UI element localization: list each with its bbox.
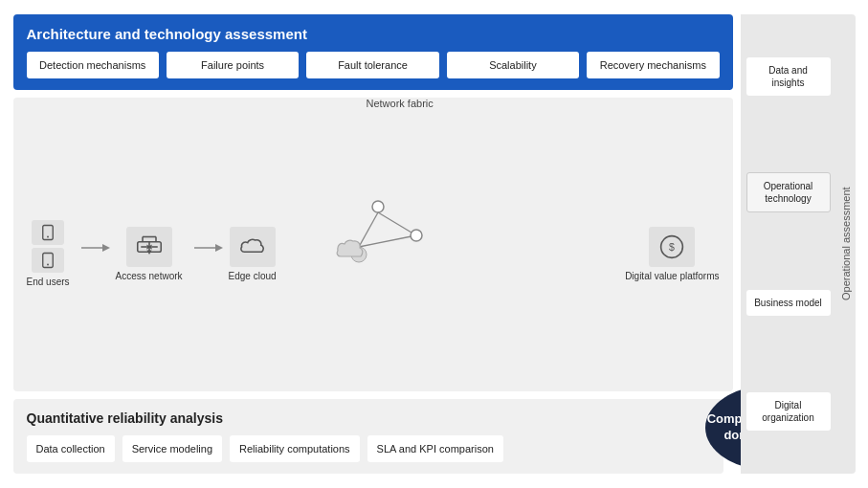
gray-card-2: Reliability computations [230, 435, 360, 462]
sidebar-item-2: Business model [746, 290, 831, 316]
svg-line-20 [359, 212, 378, 247]
end-users-group: End users [27, 220, 70, 288]
gray-section: Quantitative reliability analysis Data c… [13, 399, 723, 474]
device-icon-2 [32, 248, 64, 273]
edge-cloud-icon [230, 227, 276, 267]
network-fabric-area [282, 188, 616, 312]
main-content: Architecture and technology assessment D… [13, 14, 733, 474]
blue-card-1: Failure points [167, 52, 299, 78]
svg-marker-17 [215, 244, 223, 252]
digital-value-node: $ Digital value platforms [625, 227, 719, 282]
blue-card-4: Recovery mechanisms [587, 52, 719, 78]
blue-card-2: Fault tolerance [306, 52, 438, 78]
blue-card-3: Scalability [447, 52, 579, 78]
arrow-2 [194, 239, 223, 270]
fabric-svg [282, 188, 474, 302]
outer-wrapper: Architecture and technology assessment D… [13, 14, 856, 474]
svg-line-21 [378, 212, 416, 235]
gray-card-0: Data collection [27, 435, 115, 462]
right-sidebar: Data and insights Operational technology… [741, 14, 856, 474]
diagram-section: Network fabric [13, 98, 733, 391]
edge-cloud-node: Edge cloud [229, 227, 277, 282]
sidebar-item-1: Operational technology [746, 172, 831, 212]
svg-text:$: $ [669, 241, 675, 253]
end-users-label: End users [27, 277, 70, 288]
gray-cards-row: Data collection Service modeling Reliabi… [27, 435, 710, 462]
sidebar-items: Data and insights Operational technology… [741, 14, 836, 474]
digital-value-label: Digital value platforms [625, 271, 719, 282]
blue-cards-row: Detection mechanisms Failure points Faul… [27, 52, 720, 78]
edge-cloud-label: Edge cloud [229, 271, 277, 282]
gray-card-1: Service modeling [122, 435, 222, 462]
end-users-devices [32, 220, 64, 273]
device-icon-1 [32, 220, 64, 245]
svg-point-23 [411, 230, 422, 241]
svg-point-18 [372, 201, 384, 212]
blue-card-0: Detection mechanisms [27, 52, 159, 78]
sidebar-item-3: Digital organization [746, 392, 831, 431]
svg-marker-5 [102, 244, 110, 252]
access-network-node: Access network [116, 227, 183, 282]
bottom-row: Quantitative reliability analysis Data c… [13, 399, 733, 474]
sidebar-vertical-label: Operational assessment [836, 14, 856, 474]
gray-card-3: SLA and KPI comparison [367, 435, 503, 462]
access-network-label: Access network [116, 271, 183, 282]
network-fabric-label: Network fabric [366, 98, 433, 109]
blue-section-title: Architecture and technology assessment [27, 26, 720, 42]
blue-section: Architecture and technology assessment D… [13, 14, 733, 90]
arrow-1 [81, 239, 110, 270]
digital-value-icon: $ [649, 227, 695, 267]
svg-line-22 [359, 235, 416, 247]
sidebar-item-0: Data and insights [746, 57, 831, 96]
gray-section-title: Quantitative reliability analysis [27, 410, 710, 426]
diagram-middle: End users [27, 111, 720, 382]
access-network-icon [126, 227, 172, 267]
